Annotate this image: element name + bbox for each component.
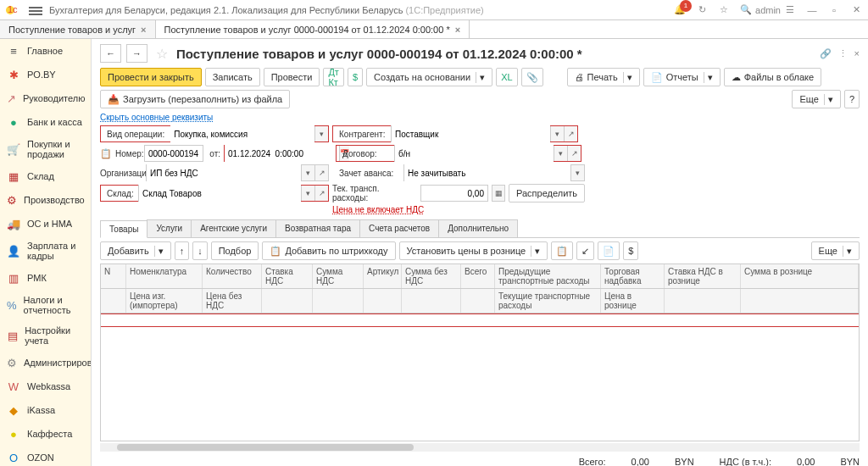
tab-doc-list[interactable]: Поступление товаров и услуг × (0, 20, 156, 38)
col-prev-transport[interactable]: Предыдущие транспортные расходы (495, 264, 601, 288)
nav-forward-button[interactable]: → (126, 44, 147, 63)
user-label[interactable]: admin (761, 3, 775, 17)
tab-services[interactable]: Услуги (147, 219, 192, 237)
tab-goods[interactable]: Товары (100, 220, 147, 238)
sidebar-item-bank[interactable]: ●Банк и касса (0, 110, 91, 134)
set-retail-button[interactable]: Установить цены в рознице▾ (399, 241, 548, 260)
hide-main-link[interactable]: Скрыть основные реквизиты (100, 113, 213, 122)
save-button[interactable]: Записать (205, 68, 260, 86)
attach-button[interactable]: 📎 (521, 68, 543, 86)
main-menu-icon[interactable] (29, 5, 42, 15)
star-icon[interactable]: ☆ (717, 3, 731, 17)
tab-additional[interactable]: Дополнительно (438, 219, 518, 237)
menu-icon[interactable]: ⋮ (838, 48, 848, 59)
sidebar-item-sales[interactable]: 🛒Покупки и продажи (0, 134, 91, 164)
close-doc-icon[interactable]: × (854, 48, 860, 59)
tab-doc-current[interactable]: Поступление товаров и услуг 0000-000194 … (156, 20, 470, 38)
settings-icon[interactable]: ☰ (783, 3, 797, 17)
add-row-button[interactable]: Добавить▾ (100, 241, 171, 260)
col-n[interactable]: N (101, 264, 126, 288)
print-button[interactable]: 🖨 Печать▾ (567, 68, 640, 86)
sidebar-item-tax[interactable]: %Налоги и отчетность (0, 290, 91, 320)
dollar-button[interactable]: $ (348, 68, 363, 86)
open-icon[interactable]: ↗ (314, 165, 328, 180)
move-up-button[interactable]: ↑ (175, 241, 190, 260)
op-type-input[interactable] (170, 125, 314, 142)
move-down-button[interactable]: ↓ (192, 241, 208, 260)
sidebar-item-admin[interactable]: ⚙Администрирование (0, 351, 91, 374)
close-icon[interactable]: ✕ (849, 3, 863, 17)
add-barcode-button[interactable]: 📋 Добавить по штрихкоду (262, 241, 395, 260)
col-nomenclature[interactable]: Номенклатура (126, 264, 203, 288)
reload-button[interactable]: 📥 Загрузить (перезаполнить) из файла (100, 90, 290, 108)
tab-agent[interactable]: Агентские услуги (191, 219, 276, 237)
tab-returnable[interactable]: Возвратная тара (275, 219, 360, 237)
org-input[interactable] (147, 164, 301, 181)
cloud-files-button[interactable]: ☁ Файлы в облаке (724, 68, 821, 86)
contract-input[interactable] (394, 145, 554, 162)
sidebar-item-warehouse[interactable]: ▦Склад (0, 164, 91, 188)
sidebar-item-rmk[interactable]: ▥РМК (0, 266, 91, 290)
copy-button[interactable]: 📋 (551, 241, 573, 260)
grid-hscrollbar[interactable] (100, 443, 860, 452)
col-sum-novat[interactable]: Сумма без НДС (402, 264, 461, 288)
tab-accounts[interactable]: Счета расчетов (359, 219, 439, 237)
advance-input[interactable] (404, 164, 570, 181)
paste-button[interactable]: ↙ (576, 241, 594, 260)
price-no-vat-link[interactable]: Цена не включает НДС (332, 205, 424, 214)
dollar2-button[interactable]: $ (623, 241, 638, 260)
date-input[interactable] (225, 145, 339, 162)
maximize-icon[interactable]: ▫ (827, 3, 841, 17)
tab-close-icon[interactable]: × (455, 25, 460, 35)
dropdown-icon[interactable]: ▾ (314, 126, 328, 141)
col-article[interactable]: Артикул (364, 264, 402, 288)
dropdown-icon[interactable]: ▾ (550, 126, 564, 141)
sidebar-item-production[interactable]: ⚙Производство (0, 188, 91, 212)
col-vat-sum[interactable]: Сумма НДС (313, 264, 364, 288)
sidebar-item-ikassa[interactable]: ◆iKassa (0, 398, 91, 422)
nav-back-button[interactable]: ← (100, 44, 121, 63)
tab-close-icon[interactable]: × (141, 25, 146, 35)
post-button[interactable]: Провести (264, 68, 320, 86)
dropdown-icon[interactable]: ▾ (554, 146, 567, 161)
dk-button[interactable]: ДтКт (323, 68, 344, 86)
grid-more-button[interactable]: Еще▾ (811, 241, 860, 260)
minimize-icon[interactable]: — (805, 3, 819, 17)
post-close-button[interactable]: Провести и закрыть (100, 68, 202, 86)
reports-button[interactable]: 📄 Отчеты▾ (643, 68, 721, 86)
link-icon[interactable]: 🔗 (820, 48, 832, 59)
col-total[interactable]: Всего (461, 264, 495, 288)
calc-icon[interactable]: ▦ (492, 185, 505, 202)
distribute-button[interactable]: Распределить (509, 184, 585, 202)
dropdown-icon[interactable]: ▾ (570, 165, 584, 180)
favorite-icon[interactable]: ☆ (156, 46, 168, 62)
more-button[interactable]: Еще▾ (792, 90, 840, 108)
sidebar-item-assets[interactable]: 🚚ОС и НМА (0, 212, 91, 236)
search-icon[interactable]: 🔍 (739, 3, 753, 17)
excel-button[interactable]: XL (496, 68, 517, 86)
grid-selected-row[interactable] (101, 313, 859, 327)
copy2-button[interactable]: 📄 (598, 241, 620, 260)
sidebar-item-webkassa[interactable]: WWebkassa (0, 374, 91, 398)
transport-input[interactable] (420, 185, 488, 202)
col-markup[interactable]: Торговая надбавка (601, 264, 665, 288)
open-icon[interactable]: ↗ (567, 146, 581, 161)
number-input[interactable] (144, 145, 203, 162)
col-vat-rate[interactable]: Ставка НДС (262, 264, 313, 288)
pick-button[interactable]: Подбор (211, 241, 259, 260)
sidebar-item-manager[interactable]: ↗Руководителю (0, 86, 91, 110)
col-qty[interactable]: Количество (203, 264, 262, 288)
create-based-button[interactable]: Создать на основании▾ (366, 68, 492, 86)
open-icon[interactable]: ↗ (564, 126, 577, 141)
sidebar-item-poby[interactable]: ✱PO.BY (0, 63, 91, 86)
sidebar-item-kaffesta[interactable]: ●Каффеста (0, 422, 91, 446)
sidebar-item-main[interactable]: ≡Главное (0, 39, 91, 63)
sidebar-item-hr[interactable]: 👤Зарплата и кадры (0, 236, 91, 266)
col-retail-vat[interactable]: Ставка НДС в рознице (665, 264, 741, 288)
bell-icon[interactable]: 🔔1 (673, 3, 687, 17)
counterparty-input[interactable] (391, 125, 550, 142)
help-button[interactable]: ? (844, 90, 860, 108)
sidebar-item-ozon[interactable]: OOZON (0, 446, 91, 466)
warehouse-input[interactable] (138, 185, 301, 202)
dropdown-icon[interactable]: ▾ (301, 165, 314, 180)
